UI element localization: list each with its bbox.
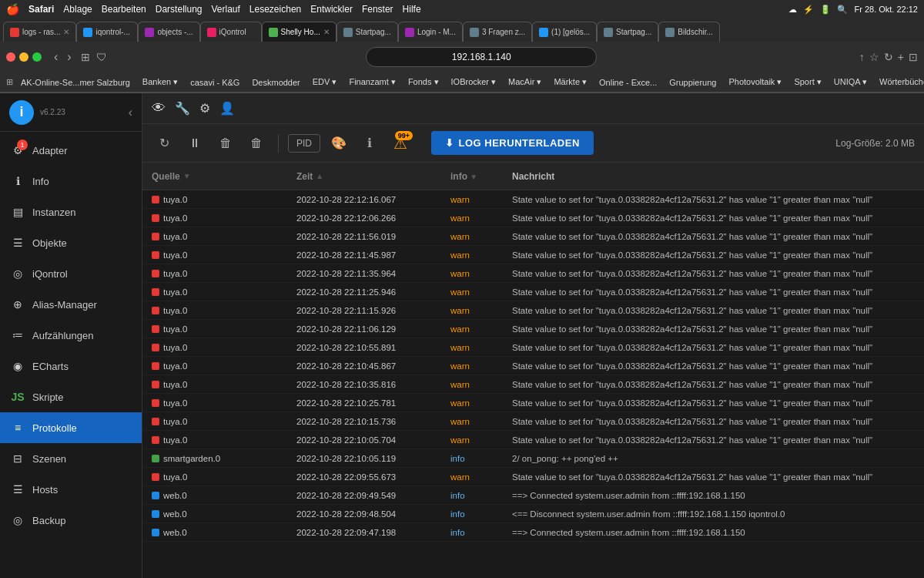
sidebar-item-aufzaehlungen[interactable]: ≔ Aufzählungen bbox=[0, 320, 142, 351]
sidebar-item-szenen[interactable]: ⊟ Szenen bbox=[0, 443, 142, 474]
refresh-icon[interactable]: ↻ bbox=[884, 51, 893, 63]
bookmark-fonds[interactable]: Fonds ▾ bbox=[403, 76, 444, 89]
table-row[interactable]: tuya.0 2022-10-28 22:11:45.987 warn Stat… bbox=[142, 246, 924, 264]
warning-badge[interactable]: ⚠ 99+ bbox=[388, 131, 413, 156]
header-source[interactable]: Quelle ▼ bbox=[142, 171, 296, 182]
table-row[interactable]: tuya.0 2022-10-28 22:11:15.926 warn Stat… bbox=[142, 301, 924, 320]
wrench-icon[interactable]: 🔧 bbox=[175, 101, 190, 116]
tab-10[interactable]: Bildschir... bbox=[658, 22, 720, 42]
sidebar-icon[interactable]: ⊡ bbox=[909, 51, 918, 63]
bookmark-icon[interactable]: ☆ bbox=[869, 51, 879, 63]
table-row[interactable]: tuya.0 2022-10-28 22:10:55.891 warn Stat… bbox=[142, 338, 924, 357]
bookmark-macair[interactable]: MacAir ▾ bbox=[504, 76, 546, 89]
header-time[interactable]: Zeit ▲ bbox=[296, 171, 450, 182]
sidebar-item-protokolle[interactable]: ≡ Protokolle bbox=[0, 412, 142, 443]
bookmark-woerterb[interactable]: Wörterbücher ▾ bbox=[875, 76, 924, 89]
tab-close-0[interactable]: ✕ bbox=[63, 28, 69, 36]
color-button[interactable]: 🎨 bbox=[326, 131, 351, 156]
table-row[interactable]: tuya.0 2022-10-28 22:11:56.019 warn Stat… bbox=[142, 227, 924, 246]
search-icon[interactable]: 🔍 bbox=[837, 5, 848, 15]
bookmark-deskmodder[interactable]: Deskmodder bbox=[247, 76, 304, 89]
bookmark-casavi[interactable]: casavi - K&G bbox=[186, 76, 244, 89]
menu-safari[interactable]: Safari bbox=[28, 4, 54, 15]
table-row[interactable]: tuya.0 2022-10-28 22:12:06.266 warn Stat… bbox=[142, 209, 924, 227]
bookmarks-grid-icon[interactable]: ⊞ bbox=[6, 77, 13, 87]
info-log-button[interactable]: ℹ bbox=[357, 131, 382, 156]
grid-icon[interactable]: ⊞ bbox=[81, 51, 90, 63]
sidebar-item-objekte[interactable]: ☰ Objekte bbox=[0, 227, 142, 258]
tab-2[interactable]: objects -... bbox=[138, 22, 199, 42]
table-row[interactable]: web.0 2022-10-28 22:09:48.504 info <== D… bbox=[142, 505, 924, 523]
table-row[interactable]: web.0 2022-10-28 22:09:49.549 info ==> C… bbox=[142, 486, 924, 505]
sidebar-item-adapter[interactable]: ⚙ Adapter 1 bbox=[0, 135, 142, 166]
menu-darstellung[interactable]: Darstellung bbox=[156, 4, 203, 15]
sidebar-item-echarts[interactable]: ◉ ECharts bbox=[0, 351, 142, 381]
address-bar[interactable]: 192.168.1.140 bbox=[366, 47, 597, 67]
menu-lesezeichen[interactable]: Lesezeichen bbox=[249, 4, 301, 15]
tab-7[interactable]: 3 Fragen z... bbox=[463, 22, 532, 42]
menu-verlauf[interactable]: Verlauf bbox=[211, 4, 239, 15]
back-button[interactable]: ‹ bbox=[51, 49, 61, 66]
menu-entwickler[interactable]: Entwickler bbox=[310, 4, 353, 15]
sidebar-collapse-button[interactable]: ‹ bbox=[129, 106, 132, 119]
menu-bearbeiten[interactable]: Bearbeiten bbox=[102, 4, 146, 15]
refresh-log-button[interactable]: ↻ bbox=[152, 131, 176, 156]
new-tab-icon[interactable]: + bbox=[898, 51, 904, 63]
table-row[interactable]: tuya.0 2022-10-28 22:11:25.946 warn Stat… bbox=[142, 283, 924, 301]
pid-button[interactable]: PID bbox=[288, 134, 320, 153]
download-log-button[interactable]: ⬇ LOG HERUNTERLADEN bbox=[431, 131, 594, 155]
maximize-button[interactable] bbox=[32, 52, 42, 62]
pause-log-button[interactable]: ⏸ bbox=[182, 131, 207, 156]
menu-hilfe[interactable]: Hilfe bbox=[403, 4, 421, 15]
sidebar-item-iqontrol[interactable]: ◎ iQontrol bbox=[0, 258, 142, 289]
table-row[interactable]: tuya.0 2022-10-28 22:11:06.129 warn Stat… bbox=[142, 320, 924, 338]
tab-0[interactable]: logs - ras... ✕ bbox=[3, 22, 76, 42]
bookmark-edv[interactable]: EDV ▾ bbox=[308, 76, 342, 89]
table-row[interactable]: web.0 2022-10-28 22:09:47.198 info ==> C… bbox=[142, 523, 924, 542]
tab-close-4[interactable]: ✕ bbox=[323, 28, 330, 36]
table-row[interactable]: tuya.0 2022-10-28 22:10:35.816 warn Stat… bbox=[142, 375, 924, 394]
bookmark-finanzamt[interactable]: Finanzamt ▾ bbox=[344, 76, 400, 89]
bookmark-photovoltaik[interactable]: Photovoltaik ▾ bbox=[724, 76, 786, 89]
bookmark-iobrocker[interactable]: IOBrocker ▾ bbox=[447, 76, 501, 89]
tab-6[interactable]: Login - M... bbox=[398, 22, 463, 42]
sidebar-item-info[interactable]: ℹ Info bbox=[0, 166, 142, 197]
apple-menu[interactable]: 🍎 bbox=[6, 3, 19, 15]
tab-9[interactable]: Startpag... bbox=[597, 22, 658, 42]
menu-fenster[interactable]: Fenster bbox=[362, 4, 393, 15]
bookmark-banken[interactable]: Banken ▾ bbox=[138, 76, 182, 89]
tab-1[interactable]: iqontrol-... bbox=[76, 22, 138, 42]
table-row[interactable]: tuya.0 2022-10-28 22:11:35.964 warn Stat… bbox=[142, 264, 924, 283]
delete-log-button[interactable]: 🗑 bbox=[213, 131, 238, 156]
sidebar-item-hosts[interactable]: ☰ Hosts bbox=[0, 474, 142, 505]
bookmark-maerkte[interactable]: Märkte ▾ bbox=[549, 76, 591, 89]
user-icon[interactable]: 👤 bbox=[219, 101, 235, 116]
tab-5[interactable]: Startpag... bbox=[336, 22, 398, 42]
table-row[interactable]: smartgarden.0 2022-10-28 22:10:05.119 in… bbox=[142, 449, 924, 468]
table-row[interactable]: tuya.0 2022-10-28 22:10:05.704 warn Stat… bbox=[142, 431, 924, 449]
menu-ablage[interactable]: Ablage bbox=[63, 4, 92, 15]
close-button[interactable] bbox=[6, 52, 15, 62]
minimize-button[interactable] bbox=[19, 52, 28, 62]
share-icon[interactable]: ↑ bbox=[859, 51, 865, 63]
table-row[interactable]: tuya.0 2022-10-28 22:09:55.673 warn Stat… bbox=[142, 468, 924, 486]
table-row[interactable]: tuya.0 2022-10-28 22:12:16.067 warn Stat… bbox=[142, 190, 924, 209]
clear-log-button[interactable]: 🗑 bbox=[244, 131, 269, 156]
table-row[interactable]: tuya.0 2022-10-28 22:10:45.867 warn Stat… bbox=[142, 357, 924, 375]
bookmark-gruppierung[interactable]: Gruppierung bbox=[665, 76, 721, 89]
table-row[interactable]: tuya.0 2022-10-28 22:10:25.781 warn Stat… bbox=[142, 394, 924, 412]
bookmark-ak[interactable]: AK-Online-Se...mer Salzburg bbox=[16, 76, 135, 89]
bookmark-sport[interactable]: Sport ▾ bbox=[789, 76, 825, 89]
eye-icon[interactable]: 👁 bbox=[152, 100, 166, 116]
forward-button[interactable]: › bbox=[64, 49, 74, 66]
tab-8[interactable]: (1) [gelös... bbox=[532, 22, 597, 42]
tab-3[interactable]: iQontrol bbox=[200, 22, 262, 42]
table-row[interactable]: tuya.0 2022-10-28 22:10:15.736 warn Stat… bbox=[142, 412, 924, 431]
sidebar-item-instanzen[interactable]: ▤ Instanzen bbox=[0, 197, 142, 227]
sidebar-item-alias[interactable]: ⊕ Alias-Manager bbox=[0, 289, 142, 320]
bookmark-online-exce[interactable]: Online - Exce... bbox=[594, 76, 661, 89]
sidebar-item-backup[interactable]: ◎ Backup bbox=[0, 505, 142, 536]
sidebar-item-skripte[interactable]: JS Skripte bbox=[0, 381, 142, 412]
tab-4-active[interactable]: Shelly Ho... ✕ bbox=[262, 22, 336, 42]
bookmark-uniqa[interactable]: UNIQA ▾ bbox=[829, 76, 872, 89]
